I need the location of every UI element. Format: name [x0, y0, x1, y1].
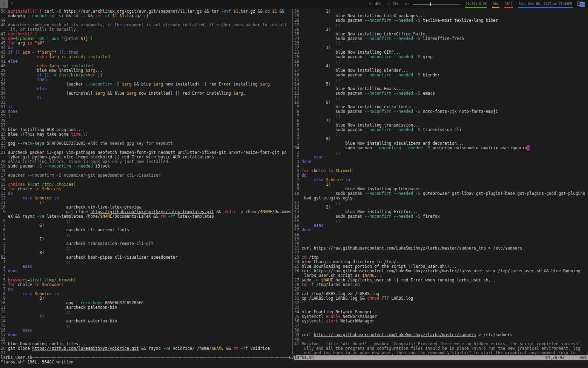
code-line[interactable]: 15 ;; [294, 219, 588, 223]
volume-control[interactable]: VOL [404, 0, 460, 8]
temp-underline [504, 7, 513, 8]
code-line[interactable]: 32 [1, 100, 291, 105]
code-line[interactable]: 31cp /LARBS.log LARBS.log && chmod 777 L… [294, 296, 588, 301]
statusline-ruler: 94,78-92 [545, 355, 565, 360]
code-line[interactable]: 34 (aurinstall $arg && blue $arg now ins… [1, 91, 291, 96]
code-line[interactable]: 29} [1, 114, 291, 118]
disk-value: : 36% [389, 2, 398, 6]
code-line[interactable]: 7 case $choice in [294, 178, 588, 182]
code-line[interactable]: 3 ;; [294, 132, 588, 137]
code-line[interactable]: 17done [1, 333, 291, 337]
code-line[interactable]: 23 ;; [294, 41, 588, 46]
cpu-temp: 36°C [504, 0, 513, 8]
code-line[interactable]: 45for arg in "$@" [1, 41, 291, 46]
line-number: 26 [294, 269, 299, 273]
terminal: 50aurinstall() { curl -O https://aur.arc… [0, 8, 588, 368]
code-line[interactable]: 28rm -f /tmp/larbs_user.sh [294, 282, 588, 287]
line-number: 21 [1, 150, 6, 155]
ip-value: 10.201.5.96 [466, 2, 487, 6]
code-line[interactable]: 21curl https://raw.githubusercontent.com… [294, 246, 588, 251]
vim-commandline: "larbs.sh" 136L, 5648C written [1, 360, 74, 364]
battery-level: 96% [492, 0, 499, 8]
clock: Sun, Oct 08, 2017 at 07:00PM [518, 0, 573, 8]
code-line[interactable]: 19 ;; [294, 59, 588, 64]
code-line[interactable]: 25blue \(This may take some time.\) [1, 132, 291, 137]
vim-window-left[interactable]: 50aurinstall() { curl -O https://aur.arc… [1, 9, 291, 355]
code-line[interactable]: 28 [1, 118, 291, 123]
code-line[interactable]: 11 ;; [294, 200, 588, 205]
code-line[interactable]: 15 ;; [1, 323, 291, 328]
code-line[interactable]: 14for choice in $choices [1, 187, 291, 191]
volume-slider[interactable] [413, 2, 460, 6]
line-number: 41 [294, 342, 299, 346]
display-icon[interactable] [578, 1, 586, 8]
vim-statusline-right: larbs.sh 94,78-92 96% [294, 355, 588, 360]
window-separator[interactable]: | | | | | | | | | | | | | | | | | | | | … [291, 9, 294, 355]
code-line[interactable]: 11 ;; [294, 96, 588, 100]
code-line[interactable]: 1 ;; [1, 260, 291, 264]
code-line[interactable]: 16 esac [294, 223, 588, 228]
code-line[interactable]: 22 [294, 251, 588, 255]
date-value: Sun, Oct 08, 2017 at 07:00PM [519, 2, 572, 6]
code-line[interactable]: 15 ;; [294, 77, 588, 82]
code-line[interactable]: 19sudo pacman -S --noconfirm --needed i3… [1, 164, 291, 169]
code-line[interactable]: 20git clone https://github.com/lukesmith… [1, 346, 291, 351]
code-line[interactable]: 5for choice in $browch [294, 169, 588, 173]
code-line[interactable]: 2 esac [294, 155, 588, 159]
vim-window-right[interactable]: 30 1)29 blue Now installing LaTeX packag… [294, 9, 588, 355]
statusline-filename: larbs.sh [294, 355, 314, 360]
code-line[interactable]: 30done [1, 109, 291, 114]
display-icon-screen [580, 2, 585, 7]
code-line[interactable]: 16 esac [1, 328, 291, 333]
battery-underline [492, 7, 499, 8]
code-line[interactable]: 33 fi [1, 96, 291, 100]
volume-track [431, 4, 460, 5]
code-line[interactable]: 19 [294, 237, 588, 241]
code-line[interactable]: 21 [1, 351, 291, 355]
code-line[interactable]: 1 ;; [294, 150, 588, 155]
memory-indicator: M: 45% [369, 0, 382, 8]
line-number: 48 [1, 23, 6, 27]
disk-indicator: /: 36% [386, 0, 399, 8]
temp-value: 36°C [505, 2, 513, 6]
code-line[interactable]: it, or installs it manually. [1, 27, 291, 32]
line-number: 21 [1, 351, 6, 355]
code-line[interactable]: 31fi [1, 105, 291, 109]
code-line[interactable]: 6for choice in $browsers [1, 282, 291, 287]
code-line[interactable]: 3done [1, 269, 291, 273]
workspace-button-1[interactable]: 1 [0, 0, 8, 8]
volume-fill [413, 4, 430, 5]
status-bar: 1 2 M: 45% /: 36% VOL 10.201.5.96 96% 36… [0, 0, 588, 8]
code-line[interactable]: 32 [294, 301, 588, 305]
code-line[interactable]: 18 [294, 232, 588, 237]
system-stats: M: 45% /: 36% VOL 10.201.5.96 96% 36°C S… [369, 0, 586, 8]
line-number: 9 [1, 210, 6, 214]
code-line[interactable]: 37 [294, 323, 588, 328]
code-line[interactable]: 7 ;; [294, 114, 588, 118]
code-line[interactable]: 17done [294, 228, 588, 232]
volume-label: VOL [405, 0, 410, 8]
code-line[interactable]: 17#packer --noconfirm -S ncpamixer-git s… [1, 173, 291, 178]
code-line[interactable]: 23gpg --recv-keys 5FAF0A6EE7371805 #Add … [1, 141, 291, 146]
date-underline [518, 7, 573, 8]
desktop: 1 2 M: 45% /: 36% VOL 10.201.5.96 96% 36… [0, 0, 588, 368]
code-line[interactable]: 42 echo $arg is already installed. [1, 55, 291, 59]
code-line[interactable]: 39curl https://raw.githubusercontent.com… [294, 333, 588, 337]
line-number: 10 [294, 191, 299, 196]
line-number: 50 [1, 9, 6, 14]
code-line[interactable]: 27 ;; [294, 23, 588, 27]
ip-underline [465, 7, 488, 8]
ip-address: 10.201.5.96 [465, 0, 488, 8]
code-line[interactable]: makepkg --noconfirm -si && cd .. && rm -… [1, 14, 291, 18]
battery-value: 96% [493, 2, 498, 6]
code-line[interactable]: out and log back in as your new user, th… [294, 351, 588, 355]
workspace-button-2[interactable]: 2 [8, 0, 16, 8]
memory-value: : 45% [371, 2, 381, 6]
code-line[interactable]: 2 esac [1, 264, 291, 269]
code-line[interactable]: 36systemctl start NetworkManager [294, 319, 588, 323]
code-line[interactable]: 3done [294, 159, 588, 164]
statusline-percent: 96% [579, 355, 587, 360]
